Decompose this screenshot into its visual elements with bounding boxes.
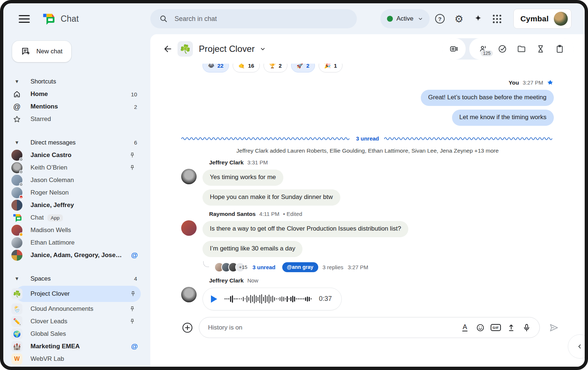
avatar[interactable] xyxy=(181,287,197,302)
sidebar: New chat ▼ Shortcuts Home 10 @ Mentions … xyxy=(3,34,150,367)
smiley-icon xyxy=(476,323,485,332)
message-bubble[interactable]: Let me know if the timing works xyxy=(452,110,554,126)
space-item[interactable]: 🌦️ Cloud Announcements xyxy=(3,303,150,315)
thread-unread: 3 unread xyxy=(252,264,276,270)
gear-icon: ⚙ xyxy=(455,14,463,24)
pin-icon xyxy=(129,152,136,159)
thread-replies-row[interactable]: +15 3 unread @ann gray 3 replies 3:27 PM xyxy=(203,262,554,272)
app-badge: App xyxy=(47,214,63,221)
reaction-chip[interactable]: 🚀2 xyxy=(291,64,315,72)
upload-button[interactable] xyxy=(503,320,519,335)
settings-button[interactable]: ⚙ xyxy=(450,10,468,28)
folder-icon xyxy=(517,44,526,54)
dm-item[interactable]: Jason Coleman xyxy=(3,174,150,186)
user-avatar[interactable] xyxy=(554,12,568,26)
dm-item[interactable]: Janice Castro xyxy=(3,149,150,161)
dm-item[interactable]: Keith O’Brien xyxy=(3,161,150,174)
message-bubble[interactable]: Great! Let’s touch base before the meeti… xyxy=(421,90,554,106)
reaction-chip[interactable]: 🏆2 xyxy=(263,64,287,72)
dm-item[interactable]: Roger Nelson xyxy=(3,186,150,199)
space-item[interactable]: ✏️ Clover Leads xyxy=(3,315,150,328)
history-button[interactable] xyxy=(533,41,549,57)
members-button[interactable]: 125 xyxy=(475,41,491,57)
system-message: Jeffrey Clark added Lauren Roberts, Elli… xyxy=(181,147,554,154)
message-bubble[interactable]: I’m getting like 30 emails a day xyxy=(202,241,302,257)
starred-icon[interactable] xyxy=(547,79,554,86)
avatar-group xyxy=(11,200,22,211)
huddle-button[interactable] xyxy=(442,38,466,60)
gif-button[interactable]: GIF xyxy=(488,320,503,335)
space-item[interactable]: 🍔 Lunch Crew xyxy=(3,365,150,367)
space-item-project-clover[interactable]: ☘️ Project Clover xyxy=(3,286,150,302)
room-emoji: ☘️ xyxy=(178,41,193,57)
dm-label: Direct messages xyxy=(31,139,134,146)
header-actions: 125 xyxy=(442,38,574,60)
space-item[interactable]: 🌍 Global Sales xyxy=(3,328,150,340)
back-arrow-icon xyxy=(162,44,172,54)
space-item[interactable]: 🏰 Marketing EMEA @ xyxy=(3,340,150,353)
avatar xyxy=(11,162,22,173)
avatar[interactable] xyxy=(181,220,197,236)
format-button[interactable]: A xyxy=(457,320,473,335)
files-button[interactable] xyxy=(513,41,530,57)
clipboard-icon xyxy=(555,44,564,54)
avatar-group xyxy=(11,250,22,261)
space-emoji: 🍔 xyxy=(11,366,22,367)
hourglass-icon xyxy=(536,44,545,54)
reaction-chip[interactable]: 🤙16 xyxy=(233,64,259,72)
dm-item-chat-app[interactable]: ChatApp xyxy=(3,211,150,224)
message-time: Now xyxy=(247,277,258,284)
menu-icon[interactable] xyxy=(19,15,30,23)
edited-label: • Edited xyxy=(283,211,302,217)
send-icon xyxy=(549,323,559,333)
pin-icon xyxy=(129,318,136,325)
search-input[interactable]: Search in chat xyxy=(150,9,357,28)
spaces-header[interactable]: ▼ Spaces 4 xyxy=(3,272,150,285)
chevron-down-icon: ▼ xyxy=(15,79,19,84)
sidebar-item-home[interactable]: Home 10 xyxy=(3,88,150,100)
spaces-count: 4 xyxy=(134,275,137,282)
mic-button[interactable] xyxy=(519,320,534,335)
play-icon[interactable] xyxy=(211,295,217,303)
add-button[interactable] xyxy=(182,322,193,333)
wavy-line xyxy=(181,136,351,140)
account-card[interactable]: Cymbal xyxy=(513,9,571,29)
thread-avatars: +15 xyxy=(214,262,245,272)
send-button[interactable] xyxy=(546,320,562,336)
space-emoji: 🌍 xyxy=(11,328,22,339)
message-bubble[interactable]: Is there a way to get off the Clover Pro… xyxy=(202,221,408,237)
apps-grid-button[interactable] xyxy=(488,10,506,28)
voice-message-player[interactable]: 0:37 xyxy=(202,288,342,310)
sidebar-item-starred[interactable]: Starred xyxy=(3,113,150,125)
message-bubble[interactable]: Hope you can make it for Sunday dinner b… xyxy=(202,189,340,206)
dm-header[interactable]: ▼ Direct messages 6 xyxy=(3,136,150,149)
gemini-button[interactable] xyxy=(469,10,487,28)
tasks-button[interactable] xyxy=(494,41,510,57)
message-input[interactable]: History is on A GIF xyxy=(199,317,540,338)
avatar[interactable] xyxy=(181,169,197,184)
space-emoji: ✏️ xyxy=(11,316,22,327)
sidebar-item-mentions[interactable]: @ Mentions 2 xyxy=(3,100,150,113)
message-bubble[interactable]: Yes timing works for me xyxy=(202,170,283,186)
avatar xyxy=(11,237,22,248)
mention-indicator-icon: @ xyxy=(131,251,138,259)
help-button[interactable]: ? xyxy=(431,10,449,28)
help-icon: ? xyxy=(435,14,445,24)
status-selector[interactable]: Active xyxy=(380,9,430,28)
dm-item[interactable]: Ethan Lattimore xyxy=(3,236,150,249)
space-item[interactable]: W WebVR Lab xyxy=(3,353,150,365)
clipboard-button[interactable] xyxy=(552,41,568,57)
sender-name: You xyxy=(509,79,519,86)
shortcuts-header[interactable]: ▼ Shortcuts xyxy=(3,75,150,88)
new-chat-button[interactable]: New chat xyxy=(12,41,71,62)
reaction-chip[interactable]: 🎉1 xyxy=(319,64,343,72)
sender-name: Jeffrey Clark xyxy=(209,159,244,166)
dm-item[interactable]: Janice, Jeffrey xyxy=(3,199,150,211)
mention-chip[interactable]: @ann gray xyxy=(282,262,318,272)
dm-item[interactable]: Madison Wells xyxy=(3,224,150,236)
reaction-chip[interactable]: 😂22 xyxy=(202,64,229,72)
emoji-button[interactable] xyxy=(473,320,488,335)
room-menu-button[interactable] xyxy=(259,45,266,53)
dm-item[interactable]: Janice, Adam, Gregory, Jose… @ xyxy=(3,249,150,262)
back-button[interactable] xyxy=(159,41,175,57)
